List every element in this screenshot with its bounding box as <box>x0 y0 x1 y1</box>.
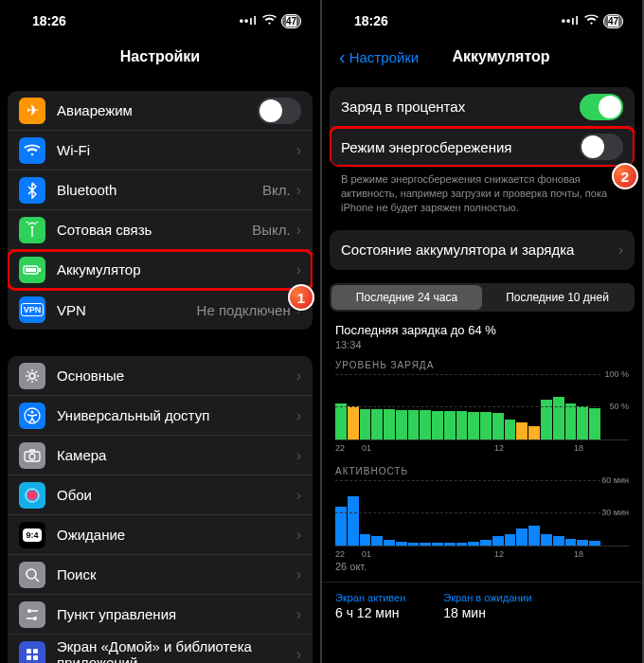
chart-bar <box>456 543 468 545</box>
row-airplane[interactable]: ✈Авиарежим <box>8 91 313 131</box>
row-battery-percent[interactable]: Заряд в процентах <box>330 87 635 127</box>
last-charge-title: Последняя зарядка до 64 % <box>335 323 629 337</box>
chevron-right-icon: › <box>296 407 301 424</box>
row-value: Вкл. <box>262 182 291 198</box>
settings-screen: 18:26 ••ıl 47 Настройки ✈АвиарежимWi-Fi›… <box>0 0 320 663</box>
chart-bar <box>348 496 359 546</box>
chevron-left-icon: ‹ <box>339 47 346 66</box>
y-label: 100 % <box>604 369 629 379</box>
status-right: ••ıl 47 <box>562 13 623 28</box>
chart-bar <box>480 540 492 546</box>
row-accessibility[interactable]: Универсальный доступ› <box>8 396 313 436</box>
row-label: Пункт управления <box>57 606 296 622</box>
battery-status-icon: 47 <box>603 14 623 28</box>
chevron-right-icon: › <box>296 606 301 623</box>
row-low-power[interactable]: Режим энергосбережения <box>330 127 635 167</box>
chart-bar <box>371 409 383 439</box>
chart-bar <box>553 397 564 439</box>
x-axis-note: 26 окт. <box>335 561 629 572</box>
ctrl-icon <box>19 601 45 628</box>
chart-bar <box>565 403 577 439</box>
home-icon <box>19 641 45 664</box>
seg-24h[interactable]: Последние 24 часа <box>331 285 482 310</box>
summary-value: 6 ч 12 мин <box>335 605 405 620</box>
row-label: Поиск <box>57 566 296 582</box>
activity-chart: 60 мин 30 мин <box>335 480 629 547</box>
row-general[interactable]: Основные› <box>8 356 313 396</box>
time-range-segmented[interactable]: Последние 24 часа Последние 10 дней <box>330 283 635 312</box>
chevron-right-icon: › <box>296 487 301 504</box>
x-tick: 18 <box>574 549 600 559</box>
callout-badge-2: 2 <box>612 163 638 189</box>
status-bar: 18:26 ••ıl 47 <box>322 0 642 38</box>
x-tick <box>547 443 574 453</box>
chart-bar <box>444 543 456 545</box>
back-button[interactable]: ‹ Настройки <box>339 47 419 66</box>
chart-bar <box>516 422 528 439</box>
chevron-right-icon: › <box>296 527 301 544</box>
wifi-status-icon <box>262 13 277 28</box>
x-tick: 01 <box>362 549 388 559</box>
bt-icon <box>19 177 45 204</box>
svg-point-4 <box>29 373 35 379</box>
level-label: УРОВЕНЬ ЗАРЯДА <box>335 360 629 370</box>
row-battery-health[interactable]: Состояние аккумулятора и зарядка › <box>330 230 635 270</box>
ant-icon <box>19 217 45 243</box>
row-home[interactable]: Экран «Домой» и библиотека приложений› <box>8 635 313 663</box>
x-tick <box>415 443 441 453</box>
chart-bar <box>420 410 431 439</box>
y-label: 60 мин <box>601 475 629 485</box>
low-power-footnote: В режиме энергосбережения снижается фоно… <box>322 167 642 215</box>
chart-bar <box>456 411 468 439</box>
settings-group-general: Основные›Универсальный доступ›Камера›Обо… <box>8 356 313 663</box>
search-icon <box>19 562 45 588</box>
row-search[interactable]: Поиск› <box>8 555 313 595</box>
svg-point-12 <box>27 609 31 613</box>
chevron-right-icon: › <box>296 142 301 159</box>
x-tick: 18 <box>574 443 600 453</box>
chart-bar <box>480 412 492 439</box>
chart-bar <box>408 410 420 439</box>
toggle-low-power[interactable] <box>580 134 623 160</box>
chart-bar <box>528 526 540 546</box>
chevron-right-icon: › <box>296 566 301 583</box>
chart-bar <box>528 426 540 439</box>
toggle-battery-percent[interactable] <box>580 94 623 120</box>
row-camera[interactable]: Камера› <box>8 436 313 475</box>
row-cellular[interactable]: Сотовая связьВыкл.› <box>8 210 313 250</box>
row-label: Авиарежим <box>57 102 258 118</box>
chart-bar <box>553 536 564 545</box>
chevron-right-icon: › <box>618 242 623 259</box>
toggle-airplane[interactable] <box>258 98 301 124</box>
svg-point-6 <box>31 410 34 413</box>
chart-bar <box>577 540 588 546</box>
x-tick <box>468 443 494 453</box>
vpn-icon: VPN <box>19 296 45 323</box>
x-axis: 22011218 <box>335 443 629 453</box>
x-tick: 01 <box>362 443 388 453</box>
x-tick <box>441 443 468 453</box>
battery-screen: 18:26 ••ıl 47 ‹ Настройки Аккумулятор За… <box>322 0 642 663</box>
row-battery[interactable]: Аккумулятор› <box>8 250 313 290</box>
seg-10d[interactable]: Последние 10 дней <box>482 285 633 310</box>
row-label: Сотовая связь <box>57 222 252 238</box>
row-bluetooth[interactable]: BluetoothВкл.› <box>8 170 313 210</box>
x-tick <box>415 549 441 559</box>
screen-idle: Экран в ожидании 18 мин <box>443 592 531 620</box>
chevron-right-icon: › <box>296 646 301 663</box>
row-label: Камера <box>57 447 296 463</box>
row-wifi[interactable]: Wi-Fi› <box>8 131 313 170</box>
row-vpn[interactable]: VPNVPNНе подключен› <box>8 290 313 330</box>
x-tick <box>547 549 574 559</box>
chart-bar <box>396 542 407 545</box>
row-wallpaper[interactable]: Обои› <box>8 475 313 515</box>
row-standby[interactable]: 9:4Ожидание› <box>8 515 313 555</box>
row-label: Основные <box>57 367 296 384</box>
wall-icon <box>19 482 45 509</box>
svg-rect-3 <box>39 268 41 272</box>
x-tick <box>388 443 415 453</box>
stand-icon: 9:4 <box>19 522 45 548</box>
chart-bar <box>516 529 528 545</box>
acc-icon <box>19 403 45 429</box>
row-control[interactable]: Пункт управления› <box>8 595 313 635</box>
